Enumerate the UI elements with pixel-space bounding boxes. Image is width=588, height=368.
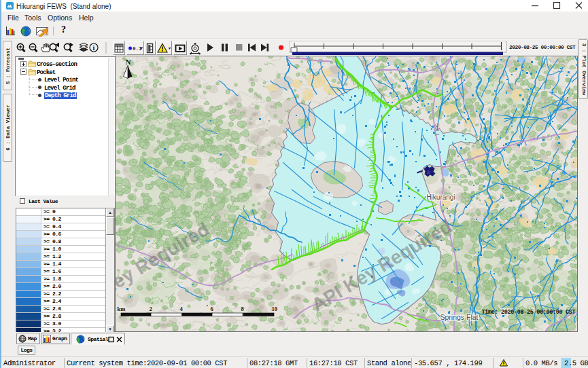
svg-text:SH 1: SH 1 xyxy=(434,124,440,136)
svg-text:0.1: 0.1 xyxy=(133,46,142,52)
svg-text:8: 8 xyxy=(241,306,244,312)
svg-text:Time: 2020-08-25 00:00:00 CST: Time: 2020-08-25 00:00:00 CST xyxy=(482,309,576,316)
svg-text:2: 2 xyxy=(150,306,152,312)
svg-text:6: 6 xyxy=(211,306,213,312)
svg-text:Hikurangi: Hikurangi xyxy=(426,194,455,201)
svg-text:i: i xyxy=(93,44,95,52)
svg-text:km: km xyxy=(118,306,126,312)
svg-text:Springs Flat: Springs Flat xyxy=(440,313,478,321)
svg-text:10: 10 xyxy=(272,306,278,312)
svg-text:N: N xyxy=(126,58,131,66)
